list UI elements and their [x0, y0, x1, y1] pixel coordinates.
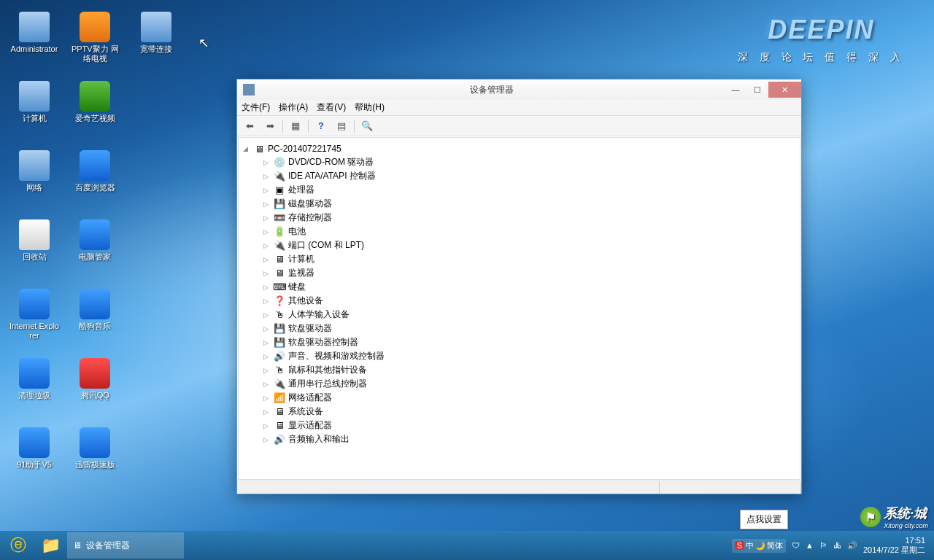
forward-button[interactable]: ➡: [262, 118, 278, 134]
titlebar[interactable]: 设备管理器 ― ☐ ✕: [237, 79, 801, 100]
expand-icon[interactable]: ▷: [263, 436, 271, 443]
app-icon: [80, 427, 110, 458]
desktop-icon[interactable]: 迅雷极速版: [68, 423, 122, 492]
expand-icon[interactable]: ▷: [263, 173, 271, 180]
expand-icon[interactable]: ▷: [263, 381, 271, 388]
device-icon: 🖱: [274, 365, 285, 376]
tree-node[interactable]: ▷💾磁盘驱动器: [262, 197, 797, 211]
expand-icon[interactable]: ▷: [263, 367, 271, 374]
tree-node[interactable]: ▷⌨键盘: [262, 280, 797, 294]
globe-icon: ⚑: [860, 507, 881, 527]
maximize-button[interactable]: ☐: [746, 82, 768, 98]
ime-cn: 中: [746, 540, 754, 551]
expand-icon[interactable]: ▷: [263, 214, 271, 222]
node-label: IDE ATA/ATAPI 控制器: [288, 170, 376, 182]
tree-view-button[interactable]: ▦: [287, 118, 304, 134]
expand-icon[interactable]: ▷: [263, 311, 271, 319]
tray-shield-icon[interactable]: 🛡: [792, 541, 800, 550]
tree-node[interactable]: ▷📶网络适配器: [262, 391, 797, 405]
expand-icon[interactable]: ▷: [263, 284, 271, 291]
desktop-icon[interactable]: 爱奇艺视频: [68, 77, 122, 146]
desktop-icon[interactable]: 计算机: [7, 77, 61, 146]
node-label: 软盘驱动器: [288, 322, 332, 335]
tree-node[interactable]: ▷🔋电池: [262, 225, 797, 238]
separator: [308, 120, 309, 133]
window-icon: [243, 84, 255, 96]
tree-node[interactable]: ▷🖥系统设备: [262, 405, 797, 419]
expand-icon[interactable]: ▷: [263, 228, 271, 236]
tree-node[interactable]: ▷💿DVD/CD-ROM 驱动器: [262, 155, 797, 169]
tree-node[interactable]: ▷❓其他设备: [262, 294, 797, 308]
expand-icon[interactable]: ▷: [263, 298, 271, 305]
expand-icon[interactable]: ▷: [263, 353, 271, 360]
tree-node[interactable]: ▷🔌端口 (COM 和 LPT): [262, 238, 797, 252]
node-label: 显示适配器: [288, 419, 332, 432]
taskbar-explorer[interactable]: 📁: [35, 532, 66, 559]
expand-icon[interactable]: ▷: [263, 408, 271, 416]
expand-icon[interactable]: ▷: [263, 325, 271, 332]
minimize-button[interactable]: ―: [725, 82, 746, 98]
menu-file[interactable]: 文件(F): [242, 101, 270, 114]
desktop-icon[interactable]: 清理垃圾: [7, 354, 61, 423]
desktop-icon[interactable]: 网络: [7, 146, 61, 215]
details-button[interactable]: ▤: [333, 118, 350, 134]
expand-icon[interactable]: ▷: [263, 270, 271, 277]
node-label: 音频输入和输出: [288, 433, 350, 446]
expand-icon[interactable]: ▷: [263, 394, 271, 402]
tree-node[interactable]: ▷🔊声音、视频和游戏控制器: [262, 349, 797, 363]
back-button[interactable]: ⬅: [242, 118, 258, 134]
taskbar-device-manager[interactable]: 🖥 设备管理器: [67, 532, 184, 559]
tree-node[interactable]: ▷💾软盘驱动器: [262, 322, 797, 335]
toolbar: ⬅ ➡ ▦ ? ▤ 🔍: [237, 116, 801, 136]
desktop-icon[interactable]: 回收站: [7, 215, 61, 284]
tree-node[interactable]: ▷🔌通用串行总线控制器: [262, 377, 797, 391]
expand-icon[interactable]: ▷: [263, 339, 271, 346]
node-label: 通用串行总线控制器: [288, 378, 367, 390]
expand-icon[interactable]: ▷: [263, 256, 271, 263]
desktop-icon[interactable]: 百度浏览器: [68, 146, 122, 215]
tree-node[interactable]: ▷🖥显示适配器: [262, 419, 797, 432]
menu-action[interactable]: 操作(A): [279, 101, 308, 114]
expand-icon[interactable]: ▷: [263, 242, 271, 249]
tree-root-node[interactable]: ◢ 🖥 PC-201407221745: [242, 142, 797, 155]
device-tree[interactable]: ◢ 🖥 PC-201407221745 ▷💿DVD/CD-ROM 驱动器▷🔌ID…: [238, 137, 800, 480]
taskbar-ie[interactable]: ⓔ: [3, 532, 34, 559]
tree-node[interactable]: ▷🖥监视器: [262, 266, 797, 280]
desktop-icon[interactable]: 酷狗音乐: [68, 284, 122, 354]
collapse-icon[interactable]: ◢: [243, 145, 250, 152]
tree-node[interactable]: ▷🔊音频输入和输出: [262, 432, 797, 446]
help-button[interactable]: ?: [313, 118, 329, 134]
settings-popup-button[interactable]: 点我设置: [740, 510, 788, 529]
tree-node[interactable]: ▷🖱鼠标和其他指针设备: [262, 363, 797, 377]
tree-node[interactable]: ▷🔌IDE ATA/ATAPI 控制器: [262, 169, 797, 183]
scan-button[interactable]: 🔍: [359, 118, 375, 134]
tree-node[interactable]: ▷▣处理器: [262, 183, 797, 197]
desktop-icon[interactable]: Administrator: [7, 7, 61, 77]
tray-network-icon[interactable]: 🖧: [833, 541, 841, 550]
menu-help[interactable]: 帮助(H): [355, 101, 385, 114]
tray-notify-icon[interactable]: ▲: [806, 541, 814, 550]
device-icon: 🖥: [274, 254, 285, 265]
desktop-icon[interactable]: 电脑管家: [68, 215, 122, 284]
app-icon: [19, 81, 50, 112]
close-button[interactable]: ✕: [768, 82, 801, 98]
tray-volume-icon[interactable]: 🔊: [847, 541, 857, 551]
expand-icon[interactable]: ▷: [263, 159, 271, 166]
expand-icon[interactable]: ▷: [263, 201, 271, 208]
tree-node[interactable]: ▷🖱人体学输入设备: [262, 308, 797, 322]
expand-icon[interactable]: ▷: [263, 187, 271, 194]
desktop-icon[interactable]: 91助手V5: [7, 423, 61, 492]
expand-icon[interactable]: ▷: [263, 422, 271, 429]
desktop-icon[interactable]: Internet Explorer: [7, 284, 61, 354]
tree-node[interactable]: ▷🖥计算机: [262, 252, 797, 266]
ime-indicator[interactable]: S 中 🌙 简体: [732, 539, 786, 553]
desktop-icon[interactable]: 腾讯QQ: [68, 354, 122, 423]
tree-node[interactable]: ▷📼存储控制器: [262, 211, 797, 225]
tray-flag-icon[interactable]: 🏳: [819, 541, 827, 550]
desktop-icon[interactable]: 宽带连接: [129, 7, 183, 77]
device-icon: 💾: [274, 323, 285, 335]
clock[interactable]: 17:51 2014/7/22 星期二: [863, 536, 925, 555]
menu-view[interactable]: 查看(V): [317, 101, 346, 114]
tree-node[interactable]: ▷💾软盘驱动器控制器: [262, 335, 797, 349]
desktop-icon[interactable]: PPTV聚力 网络电视: [68, 7, 122, 77]
